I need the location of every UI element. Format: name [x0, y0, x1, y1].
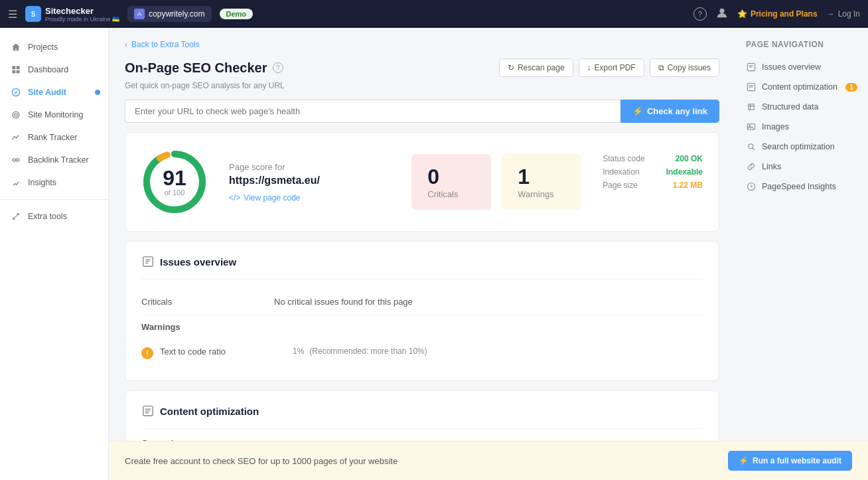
backlink-icon [11, 155, 21, 165]
pricing-link[interactable]: ⭐ Pricing and Plans [737, 9, 818, 19]
score-info: Page score for https://gsmeta.eu/ </> Vi… [229, 162, 390, 202]
metric-table: Status code 200 OK Indexation Indexable … [603, 154, 703, 194]
content-header: Content optimization [141, 404, 703, 418]
logo-name: Sitechecker [45, 6, 119, 16]
warnings-card: 1 Warnings [502, 154, 581, 210]
help-icon[interactable]: ? [693, 7, 707, 21]
content-title: Content optimization [160, 406, 259, 417]
audit-button[interactable]: ⚡ Run a full website audit [728, 451, 852, 471]
breadcrumb[interactable]: ‹ Back to Extra Tools [125, 40, 719, 49]
site-badge[interactable]: A copywritely.com [127, 6, 211, 22]
nav-label-issues: Issues overview [762, 62, 821, 72]
page-size-value: 1.22 MB [673, 181, 703, 190]
nav-label-pagespeed: PageSpeed Insights [762, 182, 836, 191]
warnings-label: Warnings [141, 322, 703, 332]
sidebar-item-dashboard[interactable]: Dashboard [0, 58, 108, 81]
indexation-key: Indexation [603, 167, 639, 177]
sidebar-item-site-audit[interactable]: Site Audit [0, 81, 108, 104]
issues-title: Issues overview [160, 256, 236, 268]
insights-icon [11, 177, 21, 188]
nav-item-images[interactable]: Images [746, 117, 857, 137]
nav-label-content: Content optimization [762, 82, 837, 92]
indexation-value: Indexable [666, 167, 703, 177]
warning-value: 1% [293, 347, 304, 356]
code-icon: </> [229, 193, 240, 202]
copy-icon: ⧉ [658, 63, 664, 72]
banner-text: Create free account to check SEO for up … [125, 456, 398, 466]
criticals-row: Criticals No critical issues found for t… [141, 289, 703, 315]
issues-section-icon [141, 255, 155, 268]
menu-icon[interactable]: ☰ [8, 8, 17, 21]
nav-content-icon [746, 82, 757, 92]
site-icon: A [134, 9, 145, 19]
audit-icon [11, 87, 21, 98]
rescan-button[interactable]: ↻ Rescan page [499, 58, 573, 77]
nav-item-issues[interactable]: Issues overview [746, 57, 857, 77]
sidebar-item-monitoring[interactable]: Site Monitoring [0, 104, 108, 126]
dashboard-icon [11, 64, 21, 75]
url-bar: ⚡ Check any link [125, 100, 719, 123]
nav-label-search: Search optimization [762, 142, 835, 151]
tools-icon [11, 211, 21, 222]
warnings-label: Warnings [518, 189, 565, 199]
logo: S Sitechecker Proudly made in Ukraine 🇺🇦 [25, 6, 119, 23]
check-label: Check any link [647, 106, 707, 116]
nav-pagespeed-icon [746, 181, 757, 192]
help-tooltip-icon[interactable]: ? [273, 62, 283, 73]
nav-label-structured: Structured data [762, 102, 818, 112]
criticals-row-desc: No critical issues found for this page [274, 297, 703, 307]
login-button[interactable]: → Log In [827, 9, 860, 19]
indexation-row: Indexation Indexable [603, 167, 703, 177]
nav-item-content[interactable]: Content optimization 1 [746, 77, 857, 97]
sidebar-label-audit: Site Audit [28, 88, 66, 97]
nav-item-structured[interactable]: Structured data [746, 97, 857, 117]
sidebar-item-rank[interactable]: Rank Tracker [0, 126, 108, 149]
nav-item-search[interactable]: Search optimization [746, 137, 857, 157]
nav-item-links[interactable]: Links [746, 157, 857, 177]
content-badge: 1 [845, 83, 857, 92]
warnings-section: Warnings ! Text to code ratio 1% (Recomm… [141, 322, 703, 367]
sidebar-item-extra[interactable]: Extra tools [0, 205, 108, 228]
copy-button[interactable]: ⧉ Copy issues [650, 58, 719, 77]
score-url: https://gsmeta.eu/ [229, 175, 390, 187]
warnings-number: 1 [518, 165, 565, 189]
criticals-row-label: Criticals [141, 297, 274, 307]
nav-label-images: Images [762, 122, 789, 131]
svg-point-7 [15, 114, 17, 116]
svg-point-6 [13, 112, 19, 118]
url-input[interactable] [125, 100, 620, 123]
sidebar-label-rank: Rank Tracker [28, 133, 77, 142]
status-code-key: Status code [603, 154, 644, 163]
user-icon[interactable] [716, 7, 728, 21]
svg-point-8 [13, 159, 15, 161]
svg-rect-3 [12, 70, 15, 74]
sidebar-item-projects[interactable]: Projects [0, 36, 108, 58]
page-header: On-Page SEO Checker ? ↻ Rescan page ↓ Ex… [125, 58, 719, 77]
issues-header: Issues overview [141, 255, 703, 268]
sidebar-item-backlink[interactable]: Backlink Tracker [0, 149, 108, 171]
page-title-row: On-Page SEO Checker ? [125, 60, 283, 76]
export-label: Export PDF [595, 63, 636, 72]
topnav: ☰ S Sitechecker Proudly made in Ukraine … [0, 0, 868, 28]
sidebar-item-insights[interactable]: Insights [0, 171, 108, 194]
page-size-key: Page size [603, 181, 638, 190]
status-code-row: Status code 200 OK [603, 154, 703, 163]
view-code-link[interactable]: </> View page code [229, 193, 390, 202]
export-button[interactable]: ↓ Export PDF [579, 58, 644, 77]
breadcrumb-label: Back to Extra Tools [131, 40, 200, 49]
view-code-label: View page code [244, 193, 300, 202]
layout: Projects Dashboard Site Audit Site Monit… [0, 28, 868, 480]
nav-item-pagespeed[interactable]: PageSpeed Insights [746, 177, 857, 197]
status-code-value: 200 OK [676, 154, 703, 163]
logo-text: Sitechecker Proudly made in Ukraine 🇺🇦 [45, 6, 119, 23]
page-actions: ↻ Rescan page ↓ Export PDF ⧉ Copy issues [499, 58, 719, 77]
svg-rect-1 [12, 66, 15, 69]
sidebar-divider [0, 199, 108, 200]
check-button[interactable]: ⚡ Check any link [620, 100, 719, 123]
rescan-label: Rescan page [518, 63, 565, 72]
logo-icon: S [25, 6, 41, 22]
breadcrumb-arrow: ‹ [125, 40, 127, 49]
score-section: 91 of 100 Page score for https://gsmeta.… [125, 132, 719, 232]
score-circle: 91 of 100 [141, 149, 208, 215]
sidebar-label-monitoring: Site Monitoring [28, 110, 83, 120]
